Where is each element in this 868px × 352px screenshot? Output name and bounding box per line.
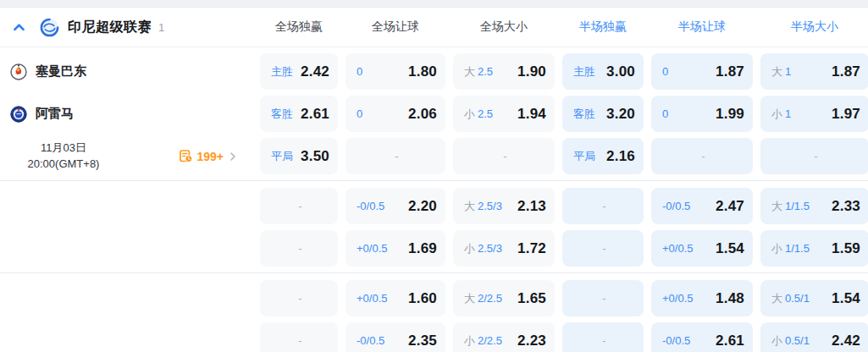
overunder-prefix: 大 bbox=[771, 64, 782, 80]
odds-cell[interactable]: +0/0.51.69 bbox=[346, 230, 445, 267]
odds-cell[interactable]: 小2.51.94 bbox=[453, 96, 555, 132]
odds-value: 3.00 bbox=[606, 63, 635, 80]
odds-selection-label: 主胜 bbox=[573, 64, 595, 80]
odds-cell[interactable]: 小2.5/31.72 bbox=[453, 230, 555, 267]
match-time: 20:00(GMT+8) bbox=[12, 157, 115, 173]
top-divider-strip bbox=[0, 0, 868, 8]
overunder-prefix: 大 bbox=[464, 64, 475, 80]
odds-selection-label: -0/0.5 bbox=[662, 334, 690, 347]
odds-line-label: -0/0.5 bbox=[662, 200, 690, 212]
column-header-half-1x2: 半场独赢 bbox=[562, 19, 644, 35]
odds-line-label: 0 bbox=[662, 107, 668, 120]
odds-selection-label: 小2/2.5 bbox=[464, 333, 502, 349]
odds-value: 2.23 bbox=[517, 333, 546, 349]
away-team[interactable]: 阿雷马 bbox=[0, 96, 252, 132]
odds-line-label: 2.5 bbox=[478, 107, 493, 120]
more-markets-button[interactable]: 199+ bbox=[179, 149, 239, 163]
odds-line-label: 平局 bbox=[573, 149, 595, 164]
league-name: 印尼超级联赛 bbox=[68, 19, 152, 36]
odds-cell[interactable]: 主胜2.42 bbox=[260, 53, 338, 90]
odds-cell[interactable]: 主胜3.00 bbox=[562, 53, 644, 90]
overunder-prefix: 小 bbox=[464, 107, 475, 122]
odds-cell[interactable]: 小11.97 bbox=[760, 96, 868, 132]
odds-cell[interactable]: 大2.5/32.13 bbox=[453, 188, 555, 224]
team-name: 阿雷马 bbox=[36, 106, 74, 122]
odds-row: 11月03日20:00(GMT+8)199+平局3.50--平局2.16-- bbox=[0, 138, 868, 174]
odds-line-label: 0.5/1 bbox=[785, 292, 810, 305]
odds-cell[interactable]: -0/0.52.61 bbox=[651, 322, 753, 352]
odds-cell[interactable]: +0/0.51.48 bbox=[651, 280, 753, 316]
odds-line-label: 1/1.5 bbox=[785, 242, 810, 255]
odds-cell[interactable]: -0/0.52.20 bbox=[346, 188, 445, 224]
overunder-prefix: 大 bbox=[464, 291, 475, 306]
odds-cell[interactable]: 客胜3.20 bbox=[562, 96, 644, 132]
odds-value: 2.42 bbox=[301, 63, 329, 80]
home-team[interactable]: 塞曼巴东 bbox=[0, 53, 252, 90]
odds-line-label: +0/0.5 bbox=[357, 242, 388, 255]
odds-selection-label: 平局 bbox=[573, 149, 595, 164]
odds-line-label: 0.5/1 bbox=[785, 334, 810, 347]
home-team-logo-icon bbox=[10, 63, 27, 80]
odds-line-label: 2.5/3 bbox=[478, 242, 502, 255]
odds-selection-label: 主胜 bbox=[271, 64, 293, 80]
no-odds-dash: - bbox=[701, 150, 705, 162]
odds-cell[interactable]: 02.06 bbox=[346, 96, 445, 132]
odds-cell[interactable]: 01.80 bbox=[346, 53, 445, 90]
odds-cell[interactable]: 大2.51.90 bbox=[453, 53, 555, 90]
odds-cell[interactable]: 小0.5/12.42 bbox=[760, 322, 868, 352]
odds-line-label: 2.5 bbox=[478, 65, 493, 78]
odds-cell-empty: - bbox=[453, 138, 555, 174]
odds-selection-label: +0/0.5 bbox=[357, 292, 388, 305]
no-odds-dash: - bbox=[298, 292, 301, 305]
no-odds-dash: - bbox=[602, 200, 605, 212]
odds-cell[interactable]: +0/0.51.60 bbox=[346, 280, 445, 316]
odds-cell[interactable]: 01.87 bbox=[651, 53, 753, 90]
odds-selection-label: -0/0.5 bbox=[357, 334, 384, 347]
odds-cell[interactable]: 大11.87 bbox=[760, 53, 868, 90]
odds-cell[interactable]: 大0.5/11.54 bbox=[760, 280, 868, 316]
odds-line-label: 2.5/3 bbox=[478, 200, 502, 212]
odds-cell[interactable]: 小2/2.52.23 bbox=[453, 322, 555, 352]
no-odds-dash: - bbox=[814, 150, 817, 162]
odds-selection-label: 客胜 bbox=[573, 107, 595, 122]
odds-line-label: -0/0.5 bbox=[662, 334, 690, 347]
odds-selection-label: -0/0.5 bbox=[662, 200, 690, 212]
odds-cell[interactable]: 平局3.50 bbox=[260, 138, 338, 174]
odds-cell[interactable]: 大2/2.51.65 bbox=[453, 280, 555, 316]
odds-value: 1.60 bbox=[408, 290, 437, 307]
odds-value: 2.42 bbox=[832, 333, 860, 349]
odds-cell-empty: - bbox=[562, 188, 644, 224]
odds-value: 1.54 bbox=[716, 240, 744, 257]
odds-selection-label: 大1/1.5 bbox=[771, 199, 810, 214]
odds-line-label: 主胜 bbox=[271, 64, 293, 80]
odds-cell[interactable]: 小1/1.51.59 bbox=[760, 230, 868, 267]
odds-selection-label: 小0.5/1 bbox=[771, 333, 810, 349]
odds-value: 1.94 bbox=[517, 106, 546, 123]
odds-cell[interactable]: 平局2.16 bbox=[562, 138, 644, 174]
match-meta[interactable]: 11月03日20:00(GMT+8)199+ bbox=[0, 138, 252, 174]
odds-value: 2.16 bbox=[606, 148, 635, 165]
markets-clock-icon bbox=[179, 149, 193, 163]
no-odds-dash: - bbox=[298, 334, 301, 347]
odds-cell-empty: - bbox=[760, 138, 868, 174]
no-odds-dash: - bbox=[298, 200, 301, 212]
odds-cell[interactable]: 大1/1.52.33 bbox=[760, 188, 868, 224]
odds-selection-label: 客胜 bbox=[271, 107, 293, 122]
odds-cell[interactable]: 客胜2.61 bbox=[260, 96, 338, 132]
odds-cell[interactable]: -0/0.52.47 bbox=[651, 188, 753, 224]
overunder-prefix: 小 bbox=[464, 241, 475, 256]
odds-value: 1.54 bbox=[832, 290, 860, 307]
odds-cell[interactable]: +0/0.51.54 bbox=[651, 230, 753, 267]
no-odds-dash: - bbox=[602, 334, 605, 347]
odds-line-label: +0/0.5 bbox=[662, 292, 694, 305]
column-header-full-1x2: 全场独赢 bbox=[260, 19, 338, 35]
odds-cell[interactable]: -0/0.52.35 bbox=[346, 322, 445, 352]
league-count: 1 bbox=[158, 21, 164, 34]
chevron-up-icon[interactable] bbox=[9, 18, 28, 36]
odds-row: -+0/0.51.60大2/2.51.65-+0/0.51.48大0.5/11.… bbox=[0, 280, 868, 316]
odds-value: 1.87 bbox=[716, 63, 744, 80]
odds-selection-label: -0/0.5 bbox=[357, 200, 384, 212]
odds-value: 2.35 bbox=[408, 333, 437, 349]
odds-value: 3.20 bbox=[606, 106, 635, 123]
odds-cell[interactable]: 01.99 bbox=[651, 96, 753, 132]
